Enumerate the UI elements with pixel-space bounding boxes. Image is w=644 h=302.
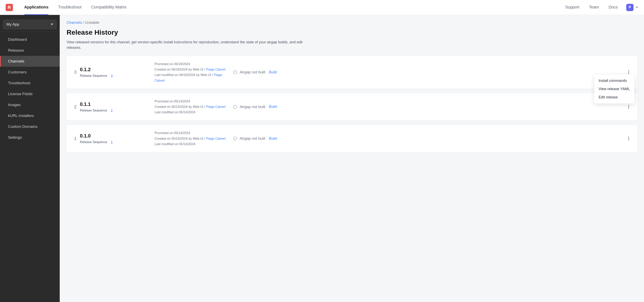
circle-icon [233,70,237,74]
release-version: 0.1.1 [80,101,154,107]
release-created: Created on 05/14/2024 by Web UI / Paige … [154,104,227,109]
context-menu-item[interactable]: Edit release [594,93,634,101]
release-sequence-display: 1 [70,136,80,141]
sidebar-item[interactable]: Dashboard [0,34,60,45]
breadcrumb-sep: / [83,20,85,24]
user-menu[interactable]: P [626,4,638,11]
release-promoted: Promoted on 05/14/2024 [154,99,227,104]
release-modified: Last modified on 05/14/2024 [154,109,227,115]
more-actions-button[interactable] [626,69,632,75]
context-menu-item[interactable]: Install commands [594,77,634,85]
release-card: 20.1.1Release Sequence2Promoted on 05/14… [66,93,637,120]
content: Channels / Unstable Release History View… [60,15,644,302]
sidebar: My App DashboardReleasesChannelsCustomer… [0,15,60,302]
release-promoted: Promoted on 06/18/2024 [154,61,227,67]
more-actions-button[interactable] [626,104,632,110]
top-nav-links-left: ApplicationsTroubleshootCompatibility Ma… [24,0,126,15]
top-nav-link[interactable]: Team [589,0,599,15]
airgap-status-text: Airgap not built [240,105,265,109]
release-sequence-link[interactable]: 1 [111,140,112,144]
release-sequence-label: Release Sequence2 [80,109,154,112]
top-nav-link[interactable]: Applications [24,0,48,15]
sidebar-item[interactable]: Releases [0,45,60,56]
app-switcher[interactable]: My App [3,19,57,29]
release-main: 0.1.0Release Sequence1 [80,133,154,144]
release-sequence-label: Release Sequence3 [80,74,154,78]
sidebar-item[interactable]: Images [0,99,60,110]
page-title: Release History [66,28,637,36]
sidebar-items: DashboardReleasesChannelsCustomersTroubl… [0,34,60,143]
release-sequence-label: Release Sequence1 [80,140,154,144]
logo[interactable]: R [6,4,13,11]
top-nav-left: R ApplicationsTroubleshootCompatibility … [6,0,126,15]
avatar: P [626,4,634,11]
release-version: 0.1.0 [80,133,154,139]
airgap-status: Airgap not builtBuild [233,70,277,74]
release-sequence-display: 3 [70,69,80,75]
circle-icon [233,137,237,140]
release-version: 0.1.2 [80,67,154,72]
build-link[interactable]: Build [269,105,277,109]
release-main: 0.1.1Release Sequence2 [80,101,154,112]
release-meta: Promoted on 05/14/2024Created on 05/14/2… [154,130,227,147]
release-card: 30.1.2Release Sequence3Promoted on 06/18… [66,56,637,88]
breadcrumb-current: Unstable [85,20,99,24]
circle-icon [233,105,237,109]
top-nav-link[interactable]: Troubleshoot [58,0,82,15]
release-sequence-display: 2 [70,104,80,109]
chevron-down-icon [50,23,53,25]
build-link[interactable]: Build [269,70,277,74]
release-main: 0.1.2Release Sequence3 [80,67,154,78]
release-sequence-link[interactable]: 3 [111,74,112,77]
sidebar-item[interactable]: Customers [0,67,60,78]
top-nav-link[interactable]: Docs [608,0,618,15]
release-sequence-link[interactable]: 2 [111,109,112,112]
sidebar-item[interactable]: Settings [0,132,60,143]
context-menu-item[interactable]: View release YAML [594,85,634,93]
airgap-status-text: Airgap not built [240,136,265,141]
top-nav-links-right: SupportTeamDocs [565,0,618,15]
app-switcher-label: My App [6,22,19,27]
release-meta: Promoted on 06/18/2024Created on 06/18/2… [154,61,227,83]
airgap-status: Airgap not builtBuild [233,136,277,141]
release-meta: Promoted on 05/14/2024Created on 05/14/2… [154,99,227,115]
breadcrumb-root[interactable]: Channels [66,20,82,24]
sidebar-item[interactable]: kURL Installers [0,110,60,121]
release-card: 10.1.0Release Sequence1Promoted on 05/14… [66,125,637,152]
sidebar-item[interactable]: Troubleshoot [0,78,60,88]
sidebar-item[interactable]: Custom Domains [0,121,60,132]
top-nav-link[interactable]: Support [565,0,579,15]
airgap-status-text: Airgap not built [240,70,265,74]
build-link[interactable]: Build [269,136,277,141]
release-list: 30.1.2Release Sequence3Promoted on 06/18… [66,56,637,152]
release-promoted: Promoted on 05/14/2024 [154,130,227,136]
chevron-down-icon [636,7,638,8]
page-subhead: View released versions for this channel,… [66,39,305,50]
release-modified: Last modified on 06/18/2024 by Web UI / … [154,72,227,83]
release-created: Created on 06/18/2024 by Web UI / Paige … [154,67,227,72]
top-nav-link[interactable]: Compatibility Matrix [91,0,126,15]
main-layout: My App DashboardReleasesChannelsCustomer… [0,15,644,302]
user-link[interactable]: Paige Calvert [206,137,226,140]
release-created: Created on 05/14/2024 by Web UI / Paige … [154,136,227,141]
sidebar-divider [0,31,60,32]
top-nav: R ApplicationsTroubleshootCompatibility … [0,0,644,15]
user-link[interactable]: Paige Calvert [206,68,226,71]
airgap-status: Airgap not builtBuild [233,105,277,109]
top-nav-right: SupportTeamDocs P [565,0,638,15]
user-link[interactable]: Paige Calvert [206,105,226,108]
sidebar-item[interactable]: Channels [0,56,60,67]
context-menu: Install commandsView release YAMLEdit re… [594,75,634,103]
more-actions-button[interactable] [626,136,632,141]
sidebar-item[interactable]: License Fields [0,88,60,99]
breadcrumb: Channels / Unstable [66,20,637,25]
release-modified: Last modified on 05/14/2024 [154,141,227,147]
